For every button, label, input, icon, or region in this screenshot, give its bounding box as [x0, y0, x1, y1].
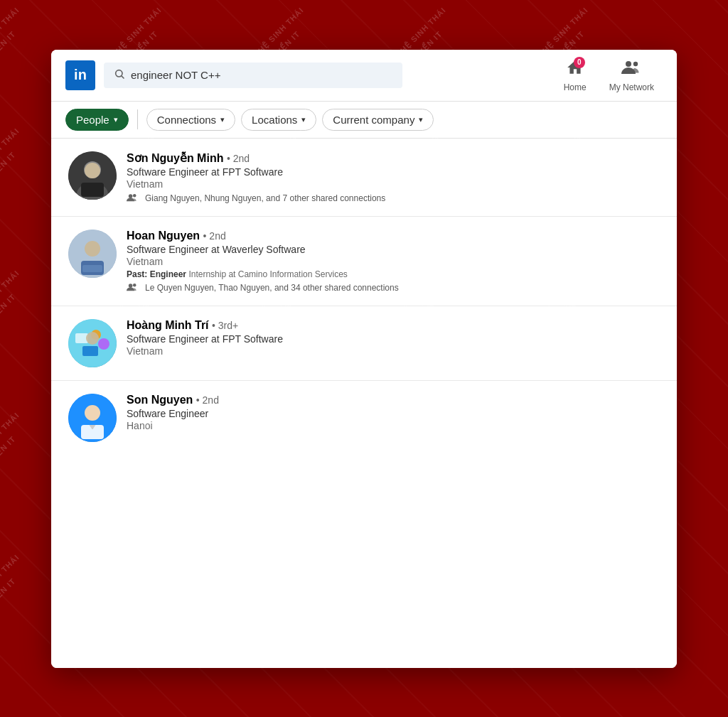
connections-filter-btn[interactable]: Connections ▾ — [146, 109, 235, 131]
person-location-4: Hanoi — [127, 420, 660, 431]
person-location-3: Vietnam — [127, 345, 660, 357]
svg-line-1 — [122, 76, 124, 78]
svg-point-7 — [85, 163, 100, 178]
svg-point-15 — [129, 284, 133, 288]
locations-chevron-icon: ▾ — [301, 115, 306, 124]
locations-filter-btn[interactable]: Locations ▾ — [241, 109, 316, 131]
svg-point-3 — [633, 61, 638, 65]
people-filter-btn[interactable]: People ▾ — [65, 109, 129, 131]
svg-point-24 — [85, 405, 100, 421]
person-title-1: Software Engineer at FPT Software — [127, 166, 660, 178]
svg-point-21 — [98, 338, 109, 350]
person-name-3: Hoàng Minh Trí • 3rd+ — [127, 319, 660, 332]
home-label: Home — [564, 82, 587, 92]
avatar-3 — [68, 319, 117, 367]
person-location-2: Vietnam — [127, 256, 660, 267]
svg-point-16 — [133, 284, 136, 286]
svg-point-22 — [86, 332, 99, 345]
filter-bar: People ▾ Connections ▾ Locations ▾ Curre… — [51, 102, 677, 139]
shared-connections-2: Le Quyen Nguyen, Thao Nguyen, and 34 oth… — [127, 283, 660, 293]
avatar-1 — [68, 151, 117, 200]
filter-divider — [137, 109, 138, 129]
person-info-4: Son Nguyen • 2nd Software Engineer Hanoi — [127, 394, 660, 431]
linkedin-logo[interactable]: in — [65, 60, 95, 90]
avatar-4 — [68, 394, 117, 442]
shared-connections-1: Giang Nguyen, Nhung Nguyen, and 7 other … — [127, 193, 660, 203]
result-item-2[interactable]: Hoan Nguyen • 2nd Software Engineer at W… — [51, 217, 677, 306]
person-info-2: Hoan Nguyen • 2nd Software Engineer at W… — [127, 230, 660, 293]
connections-chevron-icon: ▾ — [220, 115, 225, 124]
browser-window: in 0 Home — [51, 50, 677, 668]
search-bar[interactable] — [104, 63, 402, 88]
my-network-nav-item[interactable]: My Network — [601, 55, 663, 95]
person-location-1: Vietnam — [127, 178, 660, 190]
current-company-filter-btn[interactable]: Current company ▾ — [322, 109, 434, 131]
person-name-1: Sơn Nguyễn Minh • 2nd — [127, 151, 660, 165]
my-network-icon — [621, 58, 641, 81]
search-input[interactable] — [131, 69, 392, 81]
person-name-4: Son Nguyen • 2nd — [127, 394, 660, 406]
results-area: Sơn Nguyễn Minh • 2nd Software Engineer … — [51, 139, 677, 668]
notification-badge: 0 — [574, 57, 585, 68]
person-title-4: Software Engineer — [127, 408, 660, 419]
svg-point-10 — [133, 194, 136, 197]
person-past-2: Past: Engineer Internship at Camino Info… — [127, 269, 660, 279]
current-company-chevron-icon: ▾ — [419, 115, 423, 124]
linkedin-header: in 0 Home — [51, 50, 677, 102]
person-info-3: Hoàng Minh Trí • 3rd+ Software Engineer … — [127, 319, 660, 357]
svg-point-9 — [129, 194, 133, 198]
result-item-4[interactable]: Son Nguyen • 2nd Software Engineer Hanoi — [51, 381, 677, 455]
person-name-2: Hoan Nguyen • 2nd — [127, 230, 660, 242]
avatar-2 — [68, 230, 117, 278]
person-title-3: Software Engineer at FPT Software — [127, 333, 660, 345]
header-nav: 0 Home My Network — [555, 55, 663, 95]
my-network-label: My Network — [609, 82, 654, 92]
result-item-1[interactable]: Sơn Nguyễn Minh • 2nd Software Engineer … — [51, 139, 677, 217]
people-chevron-icon: ▾ — [114, 115, 118, 124]
person-info-1: Sơn Nguyễn Minh • 2nd Software Engineer … — [127, 151, 660, 203]
person-title-2: Software Engineer at Waverley Software — [127, 244, 660, 255]
svg-rect-14 — [82, 265, 102, 272]
result-item-3[interactable]: Hoàng Minh Trí • 3rd+ Software Engineer … — [51, 306, 677, 381]
svg-point-2 — [626, 61, 631, 67]
svg-rect-8 — [81, 183, 104, 197]
svg-rect-20 — [82, 346, 98, 356]
svg-point-12 — [85, 241, 100, 257]
home-nav-item[interactable]: 0 Home — [555, 55, 595, 95]
search-icon — [114, 68, 125, 82]
